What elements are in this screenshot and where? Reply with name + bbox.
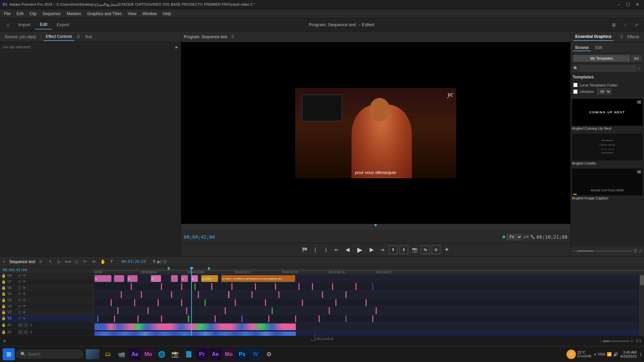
eg-browse-tab[interactable]: Browse bbox=[573, 44, 591, 51]
timeline-tab-close-icon[interactable]: ✕ bbox=[3, 260, 5, 263]
menu-markers[interactable]: Markers bbox=[64, 10, 84, 17]
track-v1-sync-icon[interactable]: ⊡ bbox=[18, 316, 21, 320]
track-v3-lock-icon[interactable]: 🔒 bbox=[1, 304, 6, 308]
nav-icon-grid[interactable]: ⊞ bbox=[609, 20, 619, 29]
extract-button[interactable]: ⬇ bbox=[399, 245, 408, 254]
track-a1-m-button[interactable]: M bbox=[18, 323, 23, 327]
menu-clip[interactable]: Clip bbox=[27, 10, 39, 17]
template-item-credits[interactable]: ━━━━━━━ NAME HERE TITLE HERE ━━━━━━━ Ang… bbox=[572, 134, 643, 166]
taskbar-app-gear[interactable]: ⚙ bbox=[263, 348, 275, 360]
minimize-button[interactable]: – bbox=[614, 1, 623, 9]
insert-button[interactable]: ↹ bbox=[421, 245, 430, 254]
track-a2-m-button[interactable]: M bbox=[18, 330, 23, 334]
hand-tool[interactable]: ✋ bbox=[99, 258, 107, 265]
expand-arrow[interactable]: ▶ bbox=[175, 45, 178, 49]
track-v3-vis-icon[interactable]: 👁 bbox=[22, 304, 26, 308]
track-v7-sync-icon[interactable]: ⊡ bbox=[18, 280, 21, 284]
nav-tab-edit[interactable]: Edit bbox=[35, 20, 52, 29]
track-v5-lock-icon[interactable]: 🔒 bbox=[1, 292, 6, 296]
taskbar-app-mo[interactable]: Mo bbox=[142, 348, 154, 360]
taskbar-app-files[interactable]: 🗂 bbox=[102, 348, 114, 360]
taskbar-app-mo2[interactable]: Mo bbox=[223, 348, 235, 360]
taskbar-app-edge[interactable]: 🌐 bbox=[156, 348, 168, 360]
favorites-icon[interactable]: ☆ bbox=[637, 66, 641, 71]
lift-button[interactable]: ⬆ bbox=[389, 245, 397, 254]
program-menu-icon[interactable]: ☰ bbox=[231, 35, 234, 39]
chevron-up-icon[interactable]: ∧ bbox=[594, 352, 597, 357]
nav-icon-upload[interactable]: ↑ bbox=[621, 20, 630, 29]
slip-tool[interactable]: ⊢ bbox=[82, 258, 89, 265]
timeline-tracks[interactable]: 00;00 00;02;08;04 00;04;16;08 00;06;24;1… bbox=[94, 267, 644, 336]
track-v6-vis-icon[interactable]: 👁 bbox=[22, 286, 26, 290]
track-v7-lock-icon[interactable]: 🔒 bbox=[1, 280, 6, 284]
taskbar-app-facebook[interactable]: 📘 bbox=[182, 348, 195, 360]
adobe-stock-button[interactable]: Ad bbox=[631, 55, 641, 62]
pen-tool[interactable]: ✏ bbox=[91, 258, 98, 265]
effect-controls-menu-icon[interactable]: ☰ bbox=[77, 35, 80, 39]
overwrite-button[interactable]: ⊕ bbox=[432, 245, 440, 254]
track-a1-lock-icon[interactable]: 🔒 bbox=[1, 323, 6, 327]
track-v2-lock-icon[interactable]: 🔒 bbox=[1, 310, 6, 314]
taskbar-app-word[interactable]: W bbox=[250, 348, 262, 360]
timeline-tab-sequence[interactable]: Sequence test bbox=[7, 258, 37, 265]
step-back-button[interactable]: ◀ bbox=[343, 245, 352, 254]
track-v4-sync-icon[interactable]: ⊡ bbox=[18, 298, 21, 302]
show-desktop-icon[interactable]: | bbox=[639, 352, 641, 357]
nav-icon-fullscreen[interactable]: ⤢ bbox=[632, 20, 641, 29]
search-input[interactable] bbox=[580, 65, 636, 71]
vertical-scrollbar-area[interactable] bbox=[639, 275, 644, 336]
timeline-zoom-slider[interactable] bbox=[603, 341, 630, 342]
fit-dropdown[interactable]: Fit bbox=[506, 234, 522, 240]
taskbar-app-ps[interactable]: Ps bbox=[236, 348, 248, 360]
track-a2-lock-icon[interactable]: 🔒 bbox=[1, 330, 6, 334]
eg-edit-tab[interactable]: Edit bbox=[593, 44, 604, 51]
track-v2-sync-icon[interactable]: ⊡ bbox=[18, 310, 21, 314]
track-select-tool[interactable]: ▷ bbox=[56, 258, 63, 265]
clip-v8-5[interactable] bbox=[171, 275, 178, 282]
clip-v8-2[interactable] bbox=[114, 275, 124, 282]
timeline-overwrite-icon[interactable]: ⊡ bbox=[163, 259, 167, 264]
nav-tab-export[interactable]: Export bbox=[52, 20, 74, 29]
selection-tool[interactable]: ↖ bbox=[47, 258, 54, 265]
maximize-button[interactable]: ☐ bbox=[624, 1, 632, 9]
track-v4-vis-icon[interactable]: 👁 bbox=[22, 298, 26, 302]
eg-menu-icon[interactable]: ☰ bbox=[620, 35, 623, 39]
start-button[interactable]: ⊞ bbox=[3, 348, 15, 360]
effects-tab[interactable]: Effects bbox=[625, 33, 641, 41]
zoom-in-icon[interactable]: + bbox=[631, 339, 633, 344]
source-tab[interactable]: Source: (no clips) bbox=[3, 33, 38, 41]
track-v4-lock-icon[interactable]: 🔒 bbox=[1, 298, 6, 302]
camera-button[interactable]: 📷 bbox=[410, 245, 419, 254]
track-v6-lock-icon[interactable]: 🔒 bbox=[1, 286, 6, 290]
taskbar-app-premiere[interactable]: Pr bbox=[196, 348, 208, 360]
track-a2-s-button[interactable]: S bbox=[24, 330, 28, 334]
track-v6-sync-icon[interactable]: ⊡ bbox=[18, 286, 21, 290]
play-button[interactable]: ▶ bbox=[354, 244, 365, 255]
taskbar-app-instagram[interactable]: 📸 bbox=[169, 348, 181, 360]
track-v5-vis-icon[interactable]: 👁 bbox=[22, 292, 26, 296]
effect-controls-tab[interactable]: Effect Controls bbox=[44, 33, 74, 41]
marker-button[interactable]: 🏁 bbox=[300, 245, 309, 254]
home-button[interactable]: ⌂ bbox=[3, 19, 13, 30]
add-button[interactable]: + bbox=[442, 245, 451, 254]
clip-v8-7[interactable]: fx bbox=[191, 275, 198, 282]
nav-tab-import[interactable]: Import bbox=[13, 20, 35, 29]
track-v2-vis-icon[interactable]: 👁 bbox=[22, 310, 26, 314]
local-templates-folder-checkbox[interactable] bbox=[573, 83, 578, 87]
menu-graphics-titles[interactable]: Graphics and Titles bbox=[85, 10, 124, 17]
menu-window[interactable]: Window bbox=[140, 10, 160, 17]
taskbar-app-ae2[interactable]: Ae bbox=[209, 348, 221, 360]
close-button[interactable]: ✕ bbox=[633, 1, 641, 9]
track-v7-vis-icon[interactable]: 👁 bbox=[22, 280, 26, 284]
track-v8-vis-icon[interactable]: 👁 bbox=[22, 274, 26, 278]
razor-tool[interactable]: ◇ bbox=[73, 258, 80, 265]
filter-icon[interactable]: ⚗ bbox=[152, 259, 156, 264]
track-v3-sync-icon[interactable]: ⊡ bbox=[18, 304, 21, 308]
clip-v8-3[interactable]: fx bbox=[127, 275, 138, 282]
taskbar-thumbnail[interactable] bbox=[85, 348, 101, 360]
menu-sequence[interactable]: Sequence bbox=[40, 10, 63, 17]
menu-help[interactable]: Help bbox=[160, 10, 174, 17]
list-view-icon[interactable]: ☰ bbox=[634, 249, 637, 253]
template-item-image-caption[interactable]: IMAGE CAPTION HERE Aᵢ Angled Image Capti… bbox=[572, 169, 643, 201]
volume-icon[interactable]: 🔊 bbox=[613, 352, 618, 357]
